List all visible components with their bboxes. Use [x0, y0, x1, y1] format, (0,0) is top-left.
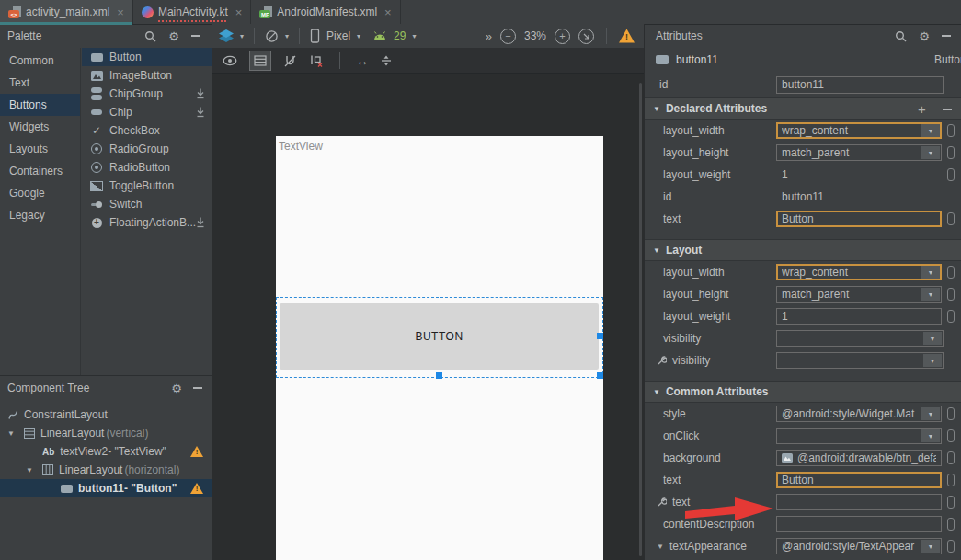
- resource-toggle-icon[interactable]: [947, 266, 955, 279]
- expander-icon[interactable]: ▼: [653, 105, 660, 113]
- palette-item-imagebutton[interactable]: ImageButton: [82, 66, 212, 85]
- tree-node-textview2[interactable]: Ab textView2- "TextView" !: [0, 442, 212, 461]
- device-selector[interactable]: Pixel: [326, 29, 350, 42]
- expander-icon[interactable]: ▼: [7, 429, 15, 438]
- textview-preview[interactable]: TextView: [279, 140, 323, 153]
- resource-toggle-icon[interactable]: [947, 474, 955, 486]
- close-icon[interactable]: ×: [235, 6, 243, 19]
- dropdown-arrow-icon[interactable]: ▼: [921, 266, 940, 279]
- section-layout[interactable]: ▼ Layout: [645, 239, 961, 261]
- view-options-eye-icon[interactable]: [223, 55, 237, 66]
- palette-item-radiogroup[interactable]: RadioGroup: [82, 140, 212, 158]
- chevron-down-icon[interactable]: ▾: [285, 32, 289, 40]
- resource-toggle-icon[interactable]: [947, 168, 955, 181]
- button-preview[interactable]: BUTTON: [280, 303, 599, 370]
- tools-text-input[interactable]: [776, 494, 942, 510]
- zoom-out-button[interactable]: −: [500, 29, 516, 44]
- canvas-scrollbar[interactable]: [639, 83, 642, 556]
- tab-mainactivity-kt[interactable]: MainActivity.kt ×: [133, 0, 251, 24]
- horizontal-arrows-icon[interactable]: ↔: [356, 53, 369, 68]
- resize-handle-right[interactable]: [597, 333, 603, 339]
- add-attribute-button[interactable]: +: [918, 101, 926, 117]
- expander-icon[interactable]: ▼: [653, 388, 660, 396]
- category-common[interactable]: Common: [0, 50, 80, 72]
- layout-height-dropdown[interactable]: match_parent ▼: [776, 144, 942, 161]
- dropdown-arrow-icon[interactable]: ▼: [921, 407, 940, 420]
- tree-node-linearlayout-vertical[interactable]: ▼ LinearLayout(vertical): [0, 424, 212, 442]
- onclick-dropdown[interactable]: ▼: [776, 428, 942, 444]
- gear-icon[interactable]: ⚙: [171, 383, 182, 394]
- id-value[interactable]: button11: [776, 189, 942, 205]
- dropdown-arrow-icon[interactable]: ▼: [921, 146, 940, 159]
- api-level-selector[interactable]: 29: [394, 29, 406, 42]
- minimize-icon[interactable]: [193, 387, 202, 389]
- dropdown-arrow-icon[interactable]: ▼: [921, 124, 940, 137]
- contentdescription-input[interactable]: [776, 516, 942, 532]
- dropdown-arrow-icon[interactable]: ▼: [921, 429, 940, 442]
- zoom-in-button[interactable]: +: [555, 29, 570, 44]
- textappearance-dropdown[interactable]: @android:style/TextAppear ▼: [776, 538, 942, 554]
- default-margins-icon[interactable]: [309, 54, 324, 67]
- resource-toggle-icon[interactable]: [947, 212, 955, 225]
- background-input[interactable]: @android:drawable/btn_defau: [776, 450, 942, 466]
- expander-icon[interactable]: ▼: [26, 466, 33, 474]
- category-widgets[interactable]: Widgets: [0, 116, 80, 138]
- layers-icon[interactable]: [219, 29, 234, 43]
- palette-item-togglebutton[interactable]: ToggleButton: [82, 177, 212, 195]
- resource-toggle-icon[interactable]: [947, 124, 955, 137]
- resource-toggle-icon[interactable]: [947, 407, 955, 420]
- resource-toggle-icon[interactable]: [947, 429, 955, 442]
- overflow-icon[interactable]: »: [486, 29, 492, 43]
- chevron-down-icon[interactable]: ▾: [412, 32, 416, 40]
- layout-weight-value[interactable]: 1: [776, 166, 942, 183]
- category-layouts[interactable]: Layouts: [0, 138, 80, 160]
- orientation-icon[interactable]: [265, 29, 279, 43]
- minimize-icon[interactable]: [942, 35, 951, 37]
- layout-weight-input[interactable]: 1: [776, 308, 942, 325]
- resource-toggle-icon[interactable]: [947, 496, 955, 509]
- category-google[interactable]: Google: [0, 182, 80, 204]
- resource-toggle-icon[interactable]: [947, 310, 955, 323]
- dropdown-arrow-icon[interactable]: ▼: [922, 332, 942, 345]
- palette-item-checkbox[interactable]: ✓ CheckBox: [82, 121, 212, 140]
- layout-width-dropdown[interactable]: wrap_content ▼: [776, 264, 942, 280]
- chevron-down-icon[interactable]: ▾: [357, 32, 360, 40]
- tree-node-linearlayout-horizontal[interactable]: ▼ LinearLayout(horizontal): [0, 461, 212, 479]
- tools-visibility-dropdown[interactable]: ▼: [776, 352, 944, 369]
- tree-node-constraintlayout[interactable]: ConstraintLayout: [0, 406, 212, 424]
- palette-item-chip[interactable]: Chip: [82, 103, 212, 121]
- id-input[interactable]: button11: [776, 76, 944, 94]
- search-icon[interactable]: [895, 30, 907, 42]
- resource-toggle-icon[interactable]: [947, 146, 955, 159]
- close-icon[interactable]: ×: [117, 6, 124, 19]
- expander-icon[interactable]: ▼: [657, 543, 664, 551]
- tab-androidmanifest-xml[interactable]: MF AndroidManifest.xml ×: [251, 0, 400, 24]
- category-buttons[interactable]: Buttons: [0, 94, 80, 116]
- style-dropdown[interactable]: @android:style/Widget.Mat ▼: [776, 406, 942, 422]
- resource-toggle-icon[interactable]: [947, 451, 955, 464]
- category-containers[interactable]: Containers: [0, 160, 80, 182]
- layout-width-dropdown[interactable]: wrap_content ▼: [776, 122, 942, 139]
- dropdown-arrow-icon[interactable]: ▼: [922, 354, 942, 367]
- dropdown-arrow-icon[interactable]: ▼: [921, 540, 940, 553]
- autoconnect-off-magnet-icon[interactable]: [283, 54, 297, 67]
- warning-icon[interactable]: !: [619, 29, 635, 43]
- text-input[interactable]: Button: [776, 472, 942, 488]
- dropdown-arrow-icon[interactable]: ▼: [921, 288, 940, 301]
- chevron-down-icon[interactable]: ▾: [240, 32, 244, 40]
- resize-handle-corner[interactable]: [597, 372, 603, 379]
- resource-toggle-icon[interactable]: [947, 518, 955, 531]
- resource-toggle-icon[interactable]: [947, 540, 955, 553]
- search-icon[interactable]: [144, 30, 156, 42]
- tree-node-button11[interactable]: button11- "Button" !: [0, 479, 212, 497]
- warning-icon[interactable]: !: [190, 446, 203, 457]
- palette-item-floatingactionbutton[interactable]: + FloatingActionB...: [82, 213, 212, 232]
- vertical-distribute-icon[interactable]: [381, 54, 392, 67]
- category-legacy[interactable]: Legacy: [0, 204, 80, 226]
- remove-attribute-button[interactable]: [943, 109, 952, 110]
- section-declared-attributes[interactable]: ▼ Declared Attributes +: [645, 97, 961, 120]
- section-common-attributes[interactable]: ▼ Common Attributes: [645, 381, 961, 403]
- design-mode-toggle[interactable]: [249, 51, 271, 71]
- text-input[interactable]: Button: [776, 211, 942, 227]
- minimize-icon[interactable]: [191, 35, 200, 37]
